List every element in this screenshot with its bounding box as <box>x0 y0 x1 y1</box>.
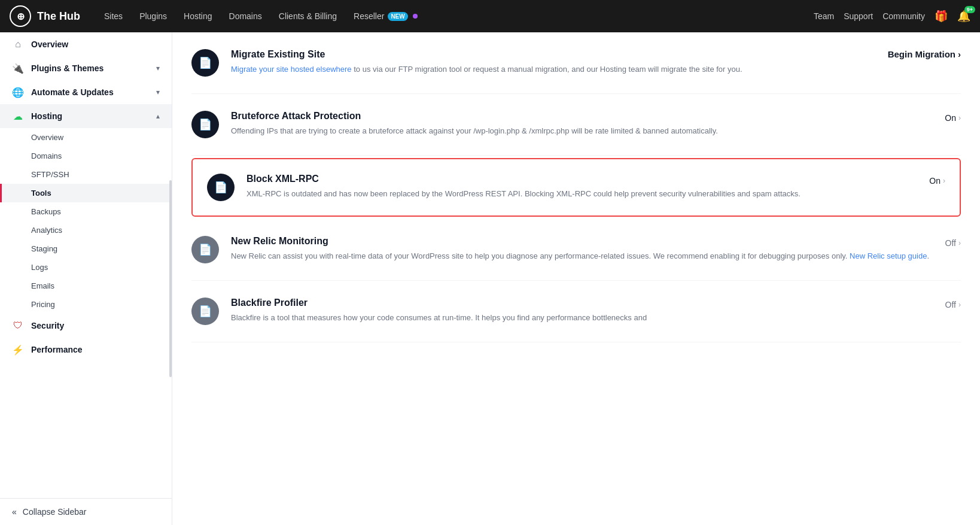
top-navigation: ⊕ The Hub Sites Plugins Hosting Domains … <box>0 0 980 32</box>
topnav-hosting[interactable]: Hosting <box>176 8 219 25</box>
sidebar-automate-label: Automate & Updates <box>31 87 114 97</box>
sidebar-scrollbar-thumb <box>169 180 172 377</box>
new-badge: NEW <box>388 12 407 21</box>
chevron-right-icon: › <box>958 239 961 247</box>
tool-new-relic: 📄 New Relic Monitoring New Relic can ass… <box>191 219 961 281</box>
xml-rpc-toggle[interactable]: On › <box>929 174 945 186</box>
topnav-support[interactable]: Support <box>844 11 873 21</box>
sidebar-plugins-label: Plugins & Themes <box>31 63 104 73</box>
sidebar-hosting-label: Hosting <box>31 111 62 121</box>
topnav-domains[interactable]: Domains <box>222 8 269 25</box>
sidebar-performance-label: Performance <box>31 345 83 354</box>
main-content: 📄 Migrate Existing Site Migrate your sit… <box>172 32 980 525</box>
new-relic-desc: New Relic can assist you with real-time … <box>231 250 933 263</box>
blackfire-title: Blackfire Profiler <box>231 298 933 308</box>
sidebar-sub-overview[interactable]: Overview <box>0 128 172 147</box>
sidebar-sub-tools[interactable]: Tools <box>0 184 172 202</box>
topnav-community[interactable]: Community <box>882 11 925 21</box>
bruteforce-icon: 📄 <box>191 111 219 138</box>
bruteforce-content: Bruteforce Attack Protection Offending I… <box>231 111 933 138</box>
logo-circle: ⊕ <box>10 5 31 27</box>
tool-blackfire: 📄 Blackfire Profiler Blackfire is a tool… <box>191 281 961 342</box>
plugin-icon: 🔌 <box>12 62 24 74</box>
migrate-icon: 📄 <box>191 49 219 77</box>
collapse-label: Collapse Sidebar <box>23 507 87 517</box>
shield-icon: 🛡 <box>12 320 24 332</box>
blackfire-content: Blackfire Profiler Blackfire is a tool t… <box>231 298 933 324</box>
blackfire-icon: 📄 <box>191 298 219 325</box>
migrate-link[interactable]: Migrate your site hosted elsewhere <box>231 65 352 74</box>
chevron-right-icon: › <box>943 177 945 185</box>
sidebar-item-performance[interactable]: ⚡ Performance <box>0 338 172 362</box>
sidebar-sub-domains[interactable]: Domains <box>0 147 172 165</box>
tool-block-xml-rpc: 📄 Block XML-RPC XML-RPC is outdated and … <box>191 158 961 217</box>
app-title: The Hub <box>37 10 80 23</box>
new-relic-toggle[interactable]: Off › <box>945 236 961 248</box>
topnav-links: Sites Plugins Hosting Domains Clients & … <box>97 8 814 25</box>
chevron-right-icon: › <box>958 114 961 122</box>
xml-rpc-icon: 📄 <box>207 174 235 201</box>
sidebar-item-overview[interactable]: ⌂ Overview <box>0 32 172 56</box>
begin-migration-button[interactable]: Begin Migration › <box>888 49 961 59</box>
sidebar-item-plugins-themes[interactable]: 🔌 Plugins & Themes ▾ <box>0 56 172 80</box>
tool-bruteforce: 📄 Bruteforce Attack Protection Offending… <box>191 94 961 156</box>
sidebar-sub-logs[interactable]: Logs <box>0 258 172 277</box>
new-relic-content: New Relic Monitoring New Relic can assis… <box>231 236 933 263</box>
migrate-content: Migrate Existing Site Migrate your site … <box>231 49 876 76</box>
blackfire-desc: Blackfire is a tool that measures how yo… <box>231 312 933 324</box>
notif-badge: 9+ <box>964 6 975 13</box>
tool-migrate: 📄 Migrate Existing Site Migrate your sit… <box>191 32 961 94</box>
blackfire-toggle[interactable]: Off › <box>945 298 961 309</box>
new-relic-period: . <box>927 251 929 260</box>
sidebar-item-security[interactable]: 🛡 Security <box>0 314 172 338</box>
xml-rpc-desc: XML-RPC is outdated and has now been rep… <box>246 188 917 201</box>
sidebar-sub-staging[interactable]: Staging <box>0 239 172 258</box>
topnav-reseller[interactable]: Reseller NEW <box>346 8 425 25</box>
bruteforce-desc: Offending IPs that are trying to create … <box>231 125 933 138</box>
chevron-down-icon: ▾ <box>156 88 160 96</box>
sidebar-sub-emails[interactable]: Emails <box>0 277 172 295</box>
main-layout: ⌂ Overview 🔌 Plugins & Themes ▾ 🌐 Automa… <box>0 32 980 525</box>
topnav-clients-billing[interactable]: Clients & Billing <box>272 8 344 25</box>
sidebar: ⌂ Overview 🔌 Plugins & Themes ▾ 🌐 Automa… <box>0 32 172 525</box>
migrate-desc: Migrate your site hosted elsewhere to us… <box>231 63 876 76</box>
sidebar-sub-backups[interactable]: Backups <box>0 202 172 221</box>
chevron-up-icon: ▴ <box>156 112 160 120</box>
gift-button[interactable]: 🎁 <box>935 10 948 23</box>
home-icon: ⌂ <box>12 38 24 50</box>
arrow-right-icon: › <box>958 49 961 59</box>
collapse-sidebar-button[interactable]: « Collapse Sidebar <box>0 498 172 525</box>
notifications-button[interactable]: 🔔 9+ <box>957 10 970 23</box>
sidebar-overview-label: Overview <box>31 40 68 49</box>
xml-rpc-title: Block XML-RPC <box>246 174 917 184</box>
bruteforce-title: Bruteforce Attack Protection <box>231 111 933 122</box>
sidebar-item-hosting[interactable]: ☁ Hosting ▴ <box>0 104 172 128</box>
topnav-team[interactable]: Team <box>814 11 834 21</box>
migrate-title: Migrate Existing Site <box>231 49 876 60</box>
new-relic-icon: 📄 <box>191 236 219 263</box>
topnav-plugins[interactable]: Plugins <box>132 8 174 25</box>
topnav-right: Team Support Community 🎁 🔔 9+ <box>814 10 970 23</box>
new-relic-desc-text: New Relic can assist you with real-time … <box>231 251 850 260</box>
collapse-icon: « <box>12 507 17 517</box>
sidebar-sub-analytics[interactable]: Analytics <box>0 221 172 239</box>
reseller-dot <box>413 14 418 19</box>
topnav-sites[interactable]: Sites <box>97 8 130 25</box>
sidebar-scroll: ⌂ Overview 🔌 Plugins & Themes ▾ 🌐 Automa… <box>0 32 172 498</box>
chevron-down-icon: ▾ <box>156 64 160 72</box>
sidebar-scrollbar-track[interactable] <box>168 32 172 525</box>
automate-icon: 🌐 <box>12 86 24 98</box>
sidebar-item-automate-updates[interactable]: 🌐 Automate & Updates ▾ <box>0 80 172 104</box>
app-logo[interactable]: ⊕ The Hub <box>10 5 80 27</box>
sidebar-sub-sftp[interactable]: SFTP/SSH <box>0 165 172 184</box>
new-relic-title: New Relic Monitoring <box>231 236 933 247</box>
performance-icon: ⚡ <box>12 344 24 356</box>
migrate-desc-text: to us via our FTP migration tool or requ… <box>354 65 742 74</box>
bruteforce-toggle[interactable]: On › <box>945 111 961 123</box>
new-relic-guide-link[interactable]: New Relic setup guide <box>850 251 927 260</box>
chevron-right-icon: › <box>958 301 961 309</box>
sidebar-sub-pricing[interactable]: Pricing <box>0 295 172 314</box>
cloud-icon: ☁ <box>12 110 24 122</box>
tools-list: 📄 Migrate Existing Site Migrate your sit… <box>172 32 980 342</box>
xml-rpc-content: Block XML-RPC XML-RPC is outdated and ha… <box>246 174 917 201</box>
